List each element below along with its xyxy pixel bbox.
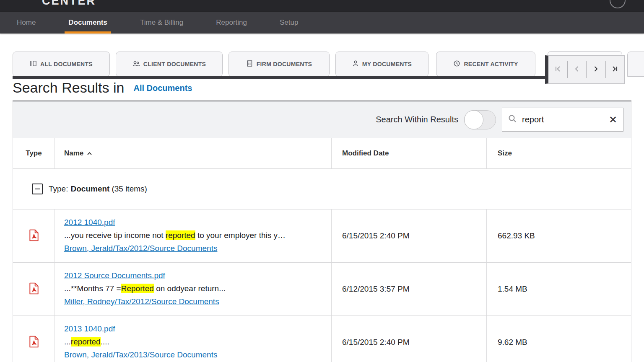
file-size-cell: 662.93 KB (487, 209, 632, 262)
search-input[interactable] (522, 115, 604, 124)
table-row: 2012 Source Documents.pdf ...**Months 77… (13, 263, 631, 316)
first-page-icon (555, 65, 561, 74)
group-row-document-type: Type: Document (35 items) (13, 169, 631, 209)
tab-strip-underbar (13, 76, 548, 79)
highlighted-term: Reported (121, 284, 154, 293)
document-link[interactable]: 2013 1040.pdf (64, 322, 115, 335)
last-page-button[interactable] (606, 56, 625, 83)
tab-pagination (545, 55, 625, 84)
group-item-count: (35 items) (112, 184, 147, 194)
group-type-name: Document (70, 184, 109, 194)
page-heading: Search Results in All Documents (13, 80, 631, 101)
document-path-link[interactable]: Brown, Jerald/Tax/2013/Source Documents (64, 348, 217, 361)
search-snippet: ...reported.... (64, 335, 327, 348)
page-title: Search Results in (13, 80, 124, 96)
tab-my-documents[interactable]: MY DOCUMENTS (335, 52, 428, 77)
brand-logo-text: CENTER (42, 0, 96, 8)
column-header-name[interactable]: Name (55, 138, 332, 168)
collapse-group-icon[interactable] (32, 184, 43, 194)
sort-ascending-icon (87, 149, 92, 158)
first-page-button[interactable] (548, 56, 567, 83)
file-size-cell: 9.62 MB (487, 316, 632, 362)
tab-client-documents[interactable]: CLIENT DOCUMENTS (116, 52, 223, 77)
file-size-cell: 1.54 MB (487, 263, 632, 315)
previous-page-button[interactable] (568, 56, 587, 83)
tab-recent-activity[interactable]: RECENT ACTIVITY (436, 52, 535, 77)
document-link[interactable]: 2012 1040.pdf (64, 216, 115, 229)
nav-item-reporting[interactable]: Reporting (216, 12, 247, 34)
table-header-row: Type Name Modified Date Size (13, 138, 631, 169)
partially-visible-tab[interactable] (627, 52, 644, 77)
firm-documents-icon (246, 60, 253, 68)
group-label-prefix: Type: (49, 184, 68, 194)
nav-item-home[interactable]: Home (17, 12, 36, 34)
pdf-file-icon (29, 229, 39, 243)
search-box: ✕ (502, 108, 623, 132)
tab-label: RECENT ACTIVITY (464, 61, 518, 67)
client-documents-icon (132, 60, 140, 68)
tab-firm-documents[interactable]: FIRM DOCUMENTS (229, 52, 330, 77)
highlighted-term: reported (71, 337, 101, 346)
search-icon (508, 114, 517, 125)
scope-link-all-documents[interactable]: All Documents (133, 83, 192, 93)
nav-item-documents[interactable]: Documents (68, 12, 107, 34)
document-link[interactable]: 2012 Source Documents.pdf (64, 269, 165, 282)
column-header-size[interactable]: Size (487, 138, 632, 168)
modified-date-cell: 6/12/2015 3:57 PM (332, 263, 487, 315)
recent-activity-icon (453, 60, 460, 68)
column-header-modified-date[interactable]: Modified Date (332, 138, 487, 168)
nav-item-setup[interactable]: Setup (280, 12, 298, 34)
pdf-file-icon (29, 336, 39, 349)
all-documents-icon (30, 60, 37, 68)
modified-date-cell: 6/15/2015 2:40 PM (332, 316, 487, 362)
tab-label: ALL DOCUMENTS (40, 61, 93, 67)
document-path-link[interactable]: Miller, Rodney/Tax/2012/Source Documents (64, 295, 219, 308)
tab-label: MY DOCUMENTS (362, 61, 412, 67)
highlighted-term: reported (166, 230, 195, 240)
search-results-table: Type Name Modified Date Size Type: Docum… (13, 138, 631, 362)
user-avatar[interactable] (610, 0, 626, 8)
search-snippet: ...**Months 77 =Reported on oddyear retu… (64, 282, 327, 295)
tab-all-documents[interactable]: ALL DOCUMENTS (13, 52, 110, 77)
filter-bar: Search Within Results ✕ (13, 101, 631, 138)
clear-search-icon[interactable]: ✕ (609, 115, 617, 125)
my-documents-icon (352, 60, 359, 68)
search-within-results-label: Search Within Results (376, 115, 458, 124)
tab-label: CLIENT DOCUMENTS (143, 61, 206, 67)
document-path-link[interactable]: Brown, Jerald/Tax/2012/Source Documents (64, 242, 217, 255)
nav-item-time-billing[interactable]: Time & Billing (140, 12, 183, 34)
application-topbar: CENTER (0, 0, 644, 12)
modified-date-cell: 6/15/2015 2:40 PM (332, 209, 487, 262)
previous-page-icon (574, 65, 579, 74)
table-row: 2013 1040.pdf ...reported.... Brown, Jer… (13, 316, 631, 362)
next-page-icon (593, 65, 599, 74)
column-header-type[interactable]: Type (13, 138, 55, 168)
search-within-results-toggle[interactable] (464, 110, 496, 129)
tab-label: FIRM DOCUMENTS (257, 61, 312, 67)
main-navbar: Home Documents Time & Billing Reporting … (0, 12, 644, 34)
next-page-button[interactable] (587, 56, 605, 83)
table-row: 2012 1040.pdf ...you receive tip income … (13, 209, 631, 263)
pdf-file-icon (29, 282, 39, 296)
toggle-knob (464, 110, 483, 129)
last-page-icon (612, 65, 618, 74)
search-snippet: ...you receive tip income not reported t… (64, 229, 327, 242)
